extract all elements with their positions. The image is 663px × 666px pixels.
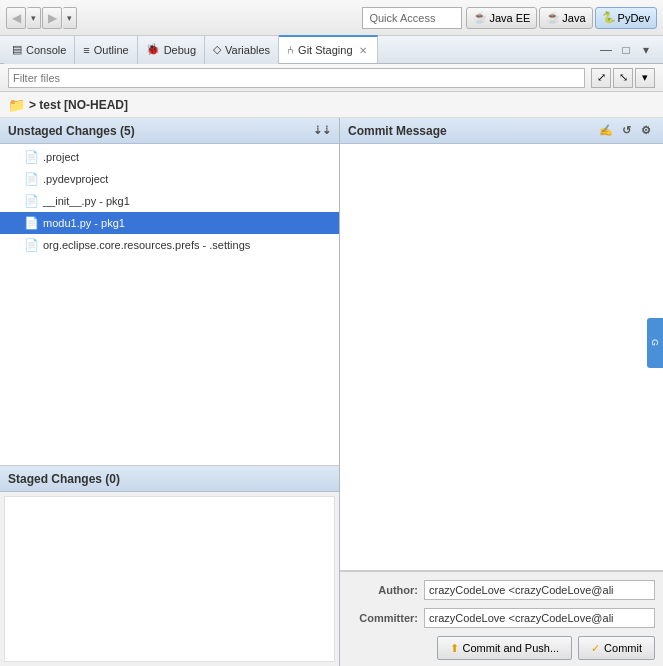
forward-dropdown[interactable]: ▾ — [63, 7, 77, 29]
close-git-staging-tab[interactable]: ✕ — [357, 44, 369, 57]
folder-icon: 📁 — [8, 97, 25, 113]
file-item-modu1[interactable]: 📄 modu1.py - pkg1 — [0, 212, 339, 234]
commit-message-header: Commit Message ✍ ↺ ⚙ — [340, 118, 663, 144]
commit-and-push-button[interactable]: ⬆ Commit and Push... — [437, 636, 573, 660]
tab-git-staging[interactable]: ⑃ Git Staging ✕ — [279, 35, 377, 63]
file-item-init[interactable]: 📄 __init__.py - pkg1 — [0, 190, 339, 212]
author-value: crazyCodeLove <crazyCodeLove@ali — [424, 580, 655, 600]
right-panel: Commit Message ✍ ↺ ⚙ Author: crazyCodeLo… — [340, 118, 663, 666]
unstaged-changes-section: Unstaged Changes (5) ⇣⇣ 📄 .project 📄 .py… — [0, 118, 339, 466]
filter-expand-button[interactable]: ⤢ — [591, 68, 611, 88]
filter-menu-button[interactable]: ▾ — [635, 68, 655, 88]
side-tab-handle[interactable]: G — [647, 318, 663, 368]
minimize-view-button[interactable]: — — [597, 41, 615, 59]
back-button[interactable]: ◀ — [6, 7, 26, 29]
view-menu-button[interactable]: ▾ — [637, 41, 655, 59]
unstaged-changes-header: Unstaged Changes (5) ⇣⇣ — [0, 118, 339, 144]
file-item-project[interactable]: 📄 .project — [0, 146, 339, 168]
file-icon: 📄 — [24, 238, 39, 252]
committer-value: crazyCodeLove <crazyCodeLove@ali — [424, 608, 655, 628]
file-icon: 📄 — [24, 150, 39, 164]
commit-push-icon: ⬆ — [450, 642, 459, 655]
file-icon: 📄 — [24, 216, 39, 230]
commit-settings-button[interactable]: ⚙ — [637, 122, 655, 140]
file-icon: 📄 — [24, 172, 39, 186]
filter-collapse-button[interactable]: ⤡ — [613, 68, 633, 88]
quick-access-input[interactable]: Quick Access — [362, 7, 462, 29]
staged-changes-header: Staged Changes (0) — [0, 466, 339, 492]
tab-bar: ▤ Console ≡ Outline 🐞 Debug ◇ Variables … — [0, 36, 663, 64]
perspective-pydev[interactable]: 🐍 PyDev — [595, 7, 657, 29]
breadcrumb: 📁 > test [NO-HEAD] — [0, 92, 663, 118]
staged-file-list — [4, 496, 335, 662]
commit-footer: Author: crazyCodeLove <crazyCodeLove@ali… — [340, 571, 663, 666]
file-item-pydevproject[interactable]: 📄 .pydevproject — [0, 168, 339, 190]
perspective-buttons: ☕ Java EE ☕ Java 🐍 PyDev — [466, 7, 657, 29]
filter-bar: ⤢ ⤡ ▾ — [0, 64, 663, 92]
maximize-view-button[interactable]: □ — [617, 41, 635, 59]
java-ee-icon: ☕ — [473, 11, 487, 24]
unstaged-file-list: 📄 .project 📄 .pydevproject 📄 __init__.py… — [0, 144, 339, 466]
commit-button[interactable]: ✓ Commit — [578, 636, 655, 660]
tab-bar-actions: — □ ▾ — [597, 41, 659, 59]
tab-outline[interactable]: ≡ Outline — [75, 36, 137, 64]
commit-icon: ✓ — [591, 642, 600, 655]
java-icon: ☕ — [546, 11, 560, 24]
unstaged-header-actions: ⇣⇣ — [313, 122, 331, 140]
top-toolbar: ◀ ▾ ▶ ▾ Quick Access ☕ Java EE ☕ Java 🐍 … — [0, 0, 663, 36]
nav-arrows: ◀ ▾ ▶ ▾ — [6, 7, 77, 29]
tab-variables[interactable]: ◇ Variables — [205, 36, 279, 64]
forward-button[interactable]: ▶ — [42, 7, 62, 29]
debug-icon: 🐞 — [146, 43, 160, 56]
main-area: Unstaged Changes (5) ⇣⇣ 📄 .project 📄 .py… — [0, 118, 663, 666]
commit-header-actions: ✍ ↺ ⚙ — [597, 122, 655, 140]
perspective-java[interactable]: ☕ Java — [539, 7, 592, 29]
author-row: Author: crazyCodeLove <crazyCodeLove@ali — [348, 578, 655, 602]
outline-icon: ≡ — [83, 44, 89, 56]
add-signed-off-button[interactable]: ✍ — [597, 122, 615, 140]
console-icon: ▤ — [12, 43, 22, 56]
stage-all-button[interactable]: ⇣⇣ — [313, 122, 331, 140]
git-staging-icon: ⑃ — [287, 44, 294, 56]
commit-buttons: ⬆ Commit and Push... ✓ Commit — [348, 636, 655, 660]
filter-actions: ⤢ ⤡ ▾ — [591, 68, 655, 88]
perspective-java-ee[interactable]: ☕ Java EE — [466, 7, 537, 29]
file-icon: 📄 — [24, 194, 39, 208]
filter-files-input[interactable] — [8, 68, 585, 88]
committer-row: Committer: crazyCodeLove <crazyCodeLove@… — [348, 606, 655, 630]
file-item-prefs[interactable]: 📄 org.eclipse.core.resources.prefs - .se… — [0, 234, 339, 256]
pydev-icon: 🐍 — [602, 11, 616, 24]
left-panel: Unstaged Changes (5) ⇣⇣ 📄 .project 📄 .py… — [0, 118, 340, 666]
commit-message-textarea[interactable] — [340, 144, 663, 571]
staged-changes-section: Staged Changes (0) — [0, 466, 339, 666]
variables-icon: ◇ — [213, 43, 221, 56]
back-dropdown[interactable]: ▾ — [27, 7, 41, 29]
tab-debug[interactable]: 🐞 Debug — [138, 36, 205, 64]
reset-author-button[interactable]: ↺ — [617, 122, 635, 140]
tab-console[interactable]: ▤ Console — [4, 36, 75, 64]
